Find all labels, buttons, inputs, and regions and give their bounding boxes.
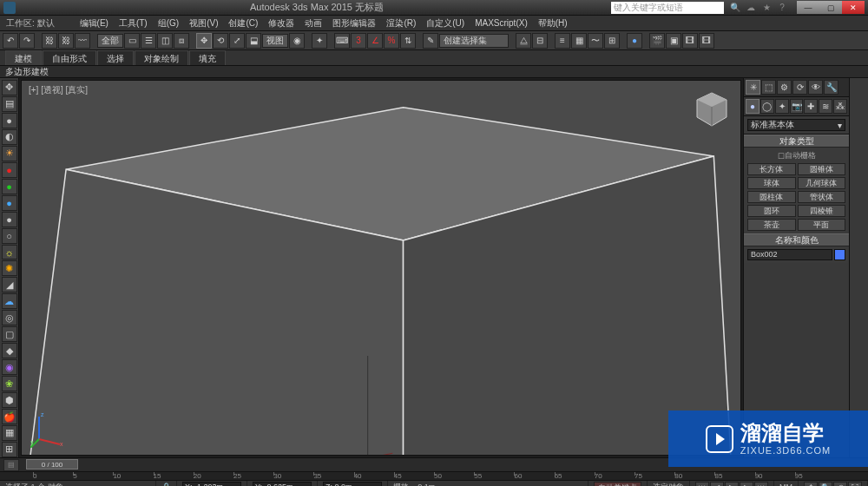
schematic-view-button[interactable]: ⊞ [604,33,620,49]
lt-spot-icon[interactable]: ◢ [2,277,17,292]
menu-animation[interactable]: 动画 [299,17,327,30]
modify-tab-icon[interactable]: ⬚ [761,80,776,95]
menu-tools[interactable]: 工具(T) [114,17,153,30]
auto-grid-checkbox[interactable]: ☐ 自动栅格 [747,150,845,161]
lt-sky-icon[interactable]: ☁ [2,293,17,309]
lt-sun-icon[interactable]: ☼ [2,245,17,260]
edit-selection-set-button[interactable]: ✎ [423,33,438,49]
select-rotate-button[interactable]: ⟲ [213,33,228,49]
pan-button[interactable]: ✥ [804,482,818,486]
render-production-button[interactable]: 🎞 [682,33,698,49]
lt-green-sphere-icon[interactable]: ● [2,179,17,194]
object-name-input[interactable]: Box002 [747,249,832,260]
lt-misc2-icon[interactable]: ⬢ [2,392,17,408]
minimize-button[interactable]: — [797,1,819,14]
obj-tube-button[interactable]: 管状体 [798,191,846,203]
render-iterative-button[interactable]: 🎞 [699,33,714,49]
object-color-swatch[interactable] [834,249,845,260]
unlink-button[interactable]: ⛓ [58,33,74,49]
lt-layer-icon[interactable]: ▤ [2,96,17,112]
material-editor-button[interactable]: ● [627,33,642,49]
menu-modifiers[interactable]: 修改器 [263,17,299,30]
viewcube[interactable] [690,88,733,131]
systems-cat-icon[interactable]: ⁂ [833,99,847,114]
obj-geosphere-button[interactable]: 几何球体 [798,177,846,189]
coord-x-input[interactable] [182,482,241,486]
hierarchy-tab-icon[interactable]: ⚙ [777,80,792,95]
time-slider-handle[interactable]: 0 / 100 [26,459,78,470]
motion-tab-icon[interactable]: ⟳ [792,80,807,95]
link-button[interactable]: ⛓ [42,33,57,49]
maximize-vp-button[interactable]: ⛶ [848,482,862,486]
angle-snap-button[interactable]: ∠ [367,33,383,49]
tab-freeform[interactable]: 自由形式 [43,50,96,65]
lt-blue-sphere-icon[interactable]: ● [2,195,17,211]
bind-spacewarp-button[interactable]: 〰 [75,33,90,49]
snap-toggle-button[interactable]: 3 [351,33,366,49]
app-icon[interactable] [3,2,16,14]
refcoord-dropdown[interactable]: 视图 [262,34,288,48]
lights-cat-icon[interactable]: ✦ [775,99,789,114]
zoom-button[interactable]: 🔍 [819,482,832,486]
window-crossing-button[interactable]: ⧈ [174,33,189,49]
obj-box-button[interactable]: 长方体 [747,163,796,175]
help-search-input[interactable]: 键入关键字或短语 [611,2,724,14]
select-by-name-button[interactable]: ☰ [141,33,156,49]
select-region-button[interactable]: ◫ [157,33,173,49]
cameras-cat-icon[interactable]: 📷 [790,99,804,114]
orbit-button[interactable]: ⟲ [833,482,847,486]
favorites-icon[interactable]: ★ [760,2,773,14]
lt-grey-sphere-icon[interactable]: ● [2,212,17,227]
menu-rendering[interactable]: 渲染(R) [381,17,421,30]
name-color-rollout-header[interactable]: 名称和颜色 [744,233,849,246]
rendered-frame-button[interactable]: ▣ [666,33,681,49]
tab-populate[interactable]: 填充 [189,50,226,65]
lt-plant-icon[interactable]: ❀ [2,376,17,391]
redo-button[interactable]: ↷ [19,33,35,49]
lt-selection-lock-icon[interactable]: ✥ [2,80,17,95]
play-button[interactable]: ▶ [725,482,739,486]
obj-teapot-button[interactable]: 茶壶 [747,219,796,231]
tab-object-paint[interactable]: 对象绘制 [135,50,188,65]
lt-misc1-icon[interactable]: ◆ [2,343,17,358]
lt-misc3-icon[interactable]: ▦ [2,425,17,441]
lt-white-sphere-icon[interactable]: ○ [2,228,17,244]
lt-render-icon[interactable]: ◐ [2,129,17,145]
command-panel-scrollbar[interactable] [849,78,868,457]
viewport-label[interactable]: [+] [透视] [真实] [29,84,88,96]
tab-modeling[interactable]: 建模 [5,50,42,65]
workspace-label[interactable]: 工作区: 默认 [3,17,57,30]
spinner-snap-button[interactable]: ⇅ [400,33,416,49]
pivot-center-button[interactable]: ◉ [289,33,305,49]
menu-group[interactable]: 组(G) [153,17,184,30]
obj-sphere-button[interactable]: 球体 [747,177,796,189]
object-type-rollout-header[interactable]: 对象类型 [744,135,849,148]
select-scale-button[interactable]: ⤢ [229,33,245,49]
geometry-cat-icon[interactable]: ● [746,99,760,114]
viewport[interactable]: [+] [透视] [真实] z x y [21,80,741,456]
obj-cylinder-button[interactable]: 圆柱体 [747,191,796,203]
goto-start-button[interactable]: ⏮ [695,482,709,486]
keyboard-shortcut-toggle[interactable]: ⌨ [334,33,350,49]
selected-obj-label[interactable]: 选定对象 [648,481,690,486]
maximize-button[interactable]: ▢ [819,1,842,14]
ribbon-toggle-button[interactable]: ▦ [571,33,587,49]
select-place-button[interactable]: ⬓ [246,33,261,49]
layer-manager-button[interactable]: ≡ [555,33,570,49]
lt-light-icon[interactable]: ☀ [2,146,17,161]
select-object-button[interactable]: ▭ [124,33,140,49]
close-button[interactable]: ✕ [842,1,865,14]
display-tab-icon[interactable]: 👁 [808,80,823,95]
help-icon[interactable]: ? [776,2,788,14]
axis-gizmo[interactable]: z x y [30,410,69,448]
spacewarps-cat-icon[interactable]: ≋ [819,99,832,114]
create-tab-icon[interactable]: ✳ [746,80,760,95]
lt-omni-icon[interactable]: ✺ [2,260,17,276]
helpers-cat-icon[interactable]: ✚ [804,99,818,114]
lt-red-sphere-icon[interactable]: ● [2,162,17,178]
signin-icon[interactable]: ☁ [745,2,757,14]
lt-spiral-icon[interactable]: ◉ [2,359,17,375]
menu-customize[interactable]: 自定义(U) [421,17,470,30]
prev-frame-button[interactable]: ◀ [710,482,724,486]
menu-help[interactable]: 帮助(H) [533,17,573,30]
